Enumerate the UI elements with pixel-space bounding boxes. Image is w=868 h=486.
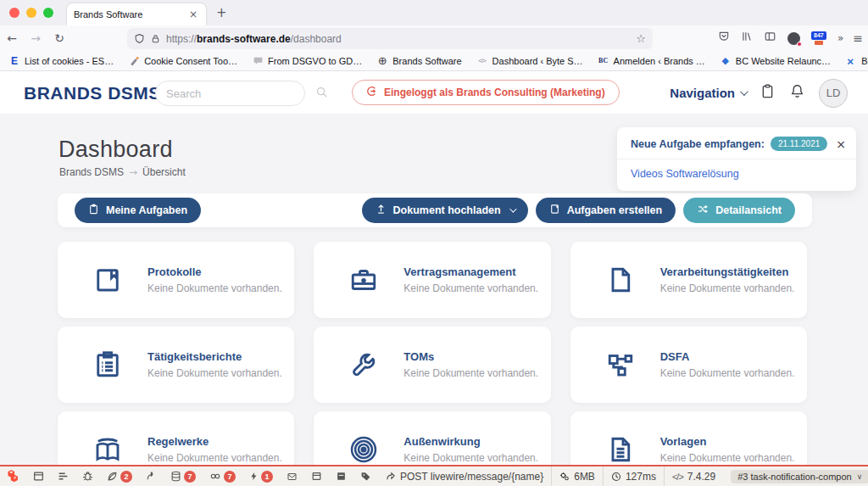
events-panel-icon[interactable]: 1 <box>242 466 280 486</box>
upload-icon <box>376 204 387 217</box>
debugbar-dataset-selector[interactable]: #3 task-notification-compon ∨ <box>723 466 868 486</box>
events-count-badge: 1 <box>261 471 273 483</box>
my-tasks-button[interactable]: Meine Aufgaben <box>75 198 201 223</box>
mails-panel-icon[interactable] <box>280 466 304 486</box>
breadcrumb-current: Übersicht <box>142 166 186 178</box>
app-menu-icon[interactable]: ≡ <box>853 31 863 45</box>
window-controls <box>9 8 53 18</box>
briefcase-icon <box>348 264 380 296</box>
tab-close-icon[interactable]: × <box>187 8 199 20</box>
debugbar-memory[interactable]: 6MB <box>551 466 603 486</box>
bookmark-item[interactable]: Cookie Consent Too… <box>128 55 237 67</box>
bookmark-item[interactable]: </> Dashboard ‹ Byte S… <box>476 55 583 67</box>
models-panel-icon[interactable]: 7 <box>203 466 242 486</box>
card-protokolle[interactable]: ProtokolleKeine Dokumente vorhanden. <box>58 242 294 318</box>
close-window-button[interactable] <box>9 8 19 18</box>
new-tab-button[interactable]: + <box>216 5 227 20</box>
card-vertragsmanagement[interactable]: VertragsmanagementKeine Dokumente vorhan… <box>314 242 550 318</box>
extension-badge: 847 <box>811 31 826 40</box>
app-header: BRANDS DSMS Eingeloggt als Brands Consul… <box>0 72 868 114</box>
favicon-diamond: ◆ <box>720 55 732 67</box>
favicon-bubble <box>252 55 264 67</box>
messages-panel-icon[interactable] <box>26 466 51 486</box>
forward-button[interactable]: → <box>24 31 47 45</box>
chevron-down-icon: ∨ <box>857 472 863 481</box>
breadcrumb-arrow-icon: → <box>129 166 137 178</box>
card-dsfa[interactable]: DSFAKeine Dokumente vorhanden. <box>570 327 807 403</box>
request-panel-icon[interactable] <box>329 466 353 486</box>
pocket-icon[interactable] <box>718 31 730 46</box>
bookmark-item[interactable]: BC Anmelden ‹ Brands … <box>598 55 705 67</box>
back-button[interactable]: ← <box>0 31 24 45</box>
minimize-window-button[interactable] <box>26 8 36 18</box>
create-task-button[interactable]: Aufgaben erstellen <box>536 198 676 223</box>
url-bar[interactable]: https://brands-software.de/dashboard ☆ <box>127 28 653 49</box>
card-taetigkeitsberichte[interactable]: TätigkeitsberichteKeine Dokumente vorhan… <box>58 327 294 403</box>
session-panel-icon[interactable] <box>304 466 329 486</box>
bookmark-star-icon[interactable]: ☆ <box>636 32 646 45</box>
timeline-panel-icon[interactable] <box>51 466 75 486</box>
overflow-menu-icon[interactable]: » <box>837 32 842 44</box>
card-toms[interactable]: TOMsKeine Dokumente vorhanden. <box>314 327 550 403</box>
breadcrumb: Brands DSMS → Übersicht <box>59 166 186 178</box>
target-rings-icon <box>348 433 380 465</box>
notification-date-badge: 21.11.2021 <box>771 137 827 151</box>
wrench-icon <box>348 349 380 381</box>
shuffle-icon <box>697 204 709 217</box>
notification-close-icon[interactable]: × <box>836 137 846 151</box>
debugbar-request[interactable]: POST livewire/message/{name} <box>378 466 551 486</box>
brand-logo[interactable]: BRANDS DSMS <box>24 83 161 103</box>
action-toolbar: Meine Aufgaben Dokument hochladen Aufgab… <box>58 193 812 227</box>
dashboard-grid: ProtokolleKeine Dokumente vorhanden. Ver… <box>58 242 807 465</box>
favicon-brush <box>128 55 140 67</box>
card-verarbeitungstaetigkeiten[interactable]: VerarbeitungstätigkeitenKeine Dokumente … <box>570 242 807 318</box>
detail-view-button[interactable]: Detailansicht <box>683 198 795 223</box>
tab-bar: Brands Software × + <box>0 0 868 25</box>
card-regelwerke[interactable]: RegelwerkeKeine Dokumente vorhanden. <box>58 411 294 465</box>
sidebar-icon[interactable] <box>764 31 776 46</box>
debugbar: 2 7 7 1 POST livewire/message/ <box>0 465 868 486</box>
extension-avatar-icon[interactable] <box>787 32 800 45</box>
card-aussenwirkung[interactable]: AußenwirkungKeine Dokumente vorhanden. <box>314 411 550 465</box>
toolbar-icons: 847 » ≡ <box>718 25 863 51</box>
logged-in-badge[interactable]: Eingeloggt als Brands Consulting (Market… <box>352 80 620 105</box>
notification-link[interactable]: Videos Softwarelösung <box>617 159 856 188</box>
bookmark-item[interactable]: ⊕ Brands Software <box>376 55 461 67</box>
upload-document-button[interactable]: Dokument hochladen <box>362 198 528 223</box>
logout-icon <box>366 86 377 99</box>
browser-window: Brands Software × + ← → ↻ https://brands… <box>0 0 868 486</box>
reload-button[interactable]: ↻ <box>47 31 71 45</box>
library-icon[interactable] <box>741 31 753 46</box>
views-panel-icon[interactable]: 2 <box>100 466 139 486</box>
bookmark-item[interactable]: E List of cookies - ES… <box>8 55 114 67</box>
debugbar-duration[interactable]: 127ms <box>603 466 664 486</box>
bookmarks-bar: E List of cookies - ES… Cookie Consent T… <box>0 51 868 71</box>
queries-panel-icon[interactable]: 7 <box>164 466 203 486</box>
search-input[interactable] <box>166 87 315 100</box>
tab-title: Brands Software <box>74 9 187 20</box>
bookmark-item[interactable]: From DSGVO to GD… <box>252 55 362 67</box>
bookmark-item[interactable]: + BC Relaunch To Do'… <box>845 55 868 67</box>
extension-counter-icon[interactable]: 847 <box>811 31 826 45</box>
route-panel-icon[interactable] <box>139 466 164 486</box>
tags-panel-icon[interactable] <box>353 466 378 486</box>
lock-icon <box>151 34 160 44</box>
shield-icon[interactable] <box>134 33 145 44</box>
laravel-icon[interactable] <box>0 466 26 486</box>
zoom-window-button[interactable] <box>43 8 53 18</box>
folder-bookmark-icon <box>92 264 124 296</box>
chevron-down-icon <box>740 87 748 96</box>
breadcrumb-root[interactable]: Brands DSMS <box>59 166 124 178</box>
views-count-badge: 2 <box>120 471 132 483</box>
avatar[interactable]: LD <box>819 79 848 108</box>
search-box[interactable] <box>155 81 305 106</box>
bookmark-item[interactable]: ◆ BC Website Relaunc… <box>720 55 831 67</box>
clipboard-icon <box>88 204 99 217</box>
clipboard-icon[interactable] <box>760 83 776 103</box>
document-plus-icon <box>549 204 560 217</box>
exceptions-panel-icon[interactable] <box>75 466 100 486</box>
card-vorlagen[interactable]: VorlagenKeine Dokumente vorhanden. <box>570 411 807 465</box>
browser-tab[interactable]: Brands Software × <box>67 3 206 25</box>
navigation-menu[interactable]: Navigation <box>670 86 746 100</box>
bell-icon[interactable] <box>789 83 805 103</box>
